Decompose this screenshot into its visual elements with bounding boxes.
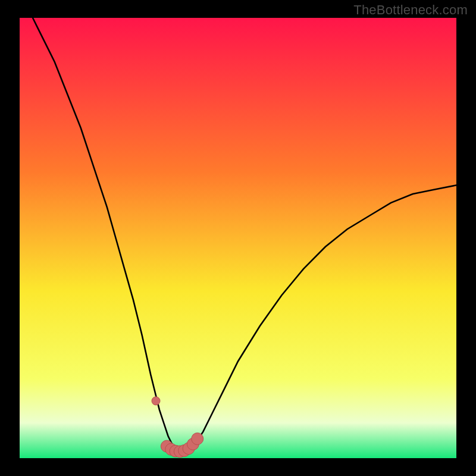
chart-stage: TheBottleneck.com — [0, 0, 476, 476]
bottleneck-plot — [0, 0, 476, 476]
watermark-text: TheBottleneck.com — [353, 2, 468, 18]
marker-dot — [192, 433, 203, 444]
marker-dot — [152, 397, 160, 405]
gradient-background — [20, 18, 456, 458]
